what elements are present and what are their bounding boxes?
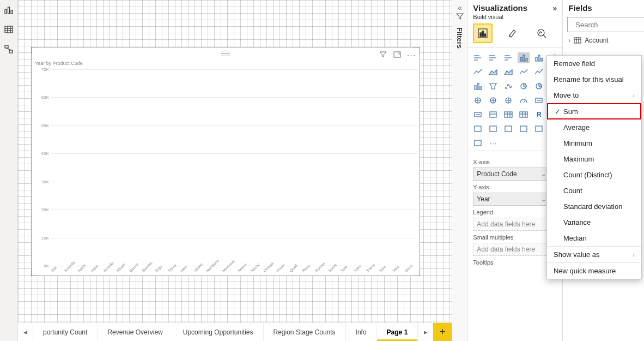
gallery-line-clustered[interactable] xyxy=(518,67,530,77)
cm-move-to[interactable]: Move to› xyxy=(547,87,641,103)
page-tab[interactable]: Revenue Overview xyxy=(98,323,173,341)
analytics-tab[interactable] xyxy=(532,23,551,43)
gallery-slicer[interactable] xyxy=(487,109,499,120)
svg-rect-70 xyxy=(520,126,527,131)
gallery-table[interactable] xyxy=(502,109,514,120)
cm-show-value-as[interactable]: Show value as› xyxy=(547,246,641,262)
fields-table-account[interactable]: › Account xyxy=(563,35,644,45)
cm-aggregation-count-distinct[interactable]: Count (Distinct) xyxy=(547,167,641,183)
yaxis-field-well[interactable]: Year ⌄✕ xyxy=(473,193,557,206)
gallery-line[interactable] xyxy=(472,67,484,77)
cm-aggregation-median[interactable]: Median xyxy=(547,230,641,246)
gallery-clustered-column[interactable] xyxy=(518,52,530,63)
data-view-button[interactable] xyxy=(0,22,17,37)
gallery-decomposition[interactable] xyxy=(487,123,499,134)
gallery-matrix[interactable] xyxy=(518,109,530,120)
gallery-paginated[interactable] xyxy=(533,123,545,134)
gallery-smart-narrative[interactable] xyxy=(518,123,530,134)
column-chart-visual[interactable]: ··· Year by Product Code 0K10K20K30K40K5… xyxy=(31,47,420,276)
view-switcher-rail xyxy=(0,0,18,341)
gallery-filled-map[interactable] xyxy=(487,95,499,106)
cm-aggregation-stdev[interactable]: Standard deviation xyxy=(547,199,641,214)
cm-aggregation-sum[interactable]: ✓Sum xyxy=(547,103,641,119)
gallery-more[interactable]: ··· xyxy=(487,137,499,148)
more-options-icon[interactable]: ··· xyxy=(407,51,416,59)
gallery-scatter[interactable] xyxy=(502,81,514,92)
cm-rename-field[interactable]: Rename for this visual xyxy=(547,71,641,87)
gallery-stacked-bar[interactable] xyxy=(472,52,484,63)
filters-pane-collapsed[interactable]: « Filters xyxy=(452,0,467,341)
y-axis-tick: 70K xyxy=(41,67,49,72)
report-canvas[interactable]: ··· Year by Product Code 0K10K20K30K40K5… xyxy=(18,0,452,322)
page-tab[interactable]: portunity Count xyxy=(33,323,98,341)
collapse-pane-icon[interactable]: » xyxy=(553,4,557,13)
page-tab[interactable]: Region Stage Counts xyxy=(264,323,346,341)
gallery-azure-map[interactable] xyxy=(502,95,514,106)
page-tab[interactable]: Upcoming Opportunities xyxy=(173,323,264,341)
gallery-funnel[interactable] xyxy=(487,81,499,92)
gallery-gauge[interactable] xyxy=(518,95,530,106)
cm-aggregation-count[interactable]: Count xyxy=(547,183,641,199)
svg-rect-36 xyxy=(475,86,476,89)
gallery-map[interactable] xyxy=(472,95,484,106)
filter-icon[interactable] xyxy=(379,50,387,59)
svg-rect-38 xyxy=(480,87,482,89)
gallery-kpi[interactable] xyxy=(472,109,484,120)
filters-pane-label: Filters xyxy=(455,27,464,49)
chevron-down-icon[interactable]: ⌄ xyxy=(541,196,546,203)
gallery-card[interactable] xyxy=(533,95,545,106)
gallery-power-automate[interactable] xyxy=(472,137,484,148)
gallery-r-visual[interactable]: R xyxy=(533,109,545,120)
gallery-pie[interactable] xyxy=(518,81,530,92)
gallery-waterfall[interactable] xyxy=(472,81,484,92)
fields-search[interactable] xyxy=(567,17,644,32)
cm-aggregation-variance[interactable]: Variance xyxy=(547,214,641,230)
cm-aggregation-average[interactable]: Average xyxy=(547,119,641,135)
svg-rect-59 xyxy=(505,112,512,117)
drag-handle-icon[interactable] xyxy=(221,51,230,56)
gallery-stacked-area[interactable] xyxy=(502,67,514,77)
legend-well-label: Legend xyxy=(473,209,557,216)
small-multiples-field-well[interactable]: Add data fields here xyxy=(473,243,557,256)
legend-field-well[interactable]: Add data fields here xyxy=(473,218,557,231)
gallery-stacked-bar-100[interactable] xyxy=(502,52,514,63)
cm-new-quick-measure[interactable]: New quick measure xyxy=(547,262,641,279)
page-tab[interactable]: Info xyxy=(346,323,377,341)
y-axis-tick: 40K xyxy=(41,151,49,156)
fields-search-input[interactable] xyxy=(574,20,644,29)
visualizations-pane-title: Visualizations xyxy=(473,3,527,13)
cm-aggregation-minimum[interactable]: Minimum xyxy=(547,135,641,151)
cm-remove-field[interactable]: Remove field xyxy=(547,56,641,71)
gallery-line-stacked[interactable] xyxy=(533,67,545,77)
y-axis-tick: 0K xyxy=(44,264,49,268)
gallery-area[interactable] xyxy=(487,67,499,77)
tab-scroll-left-button[interactable]: ◂ xyxy=(18,323,33,341)
fields-table-label: Account xyxy=(585,37,608,44)
gallery-qna[interactable] xyxy=(502,123,514,134)
build-visual-tab[interactable] xyxy=(473,23,493,43)
svg-rect-27 xyxy=(520,57,522,61)
model-view-button[interactable] xyxy=(0,41,17,57)
xaxis-field-well[interactable]: Product Code ⌄✕ xyxy=(473,167,557,181)
svg-rect-2 xyxy=(11,10,13,14)
gallery-stacked-column[interactable] xyxy=(533,52,545,63)
gallery-key-influencers[interactable] xyxy=(472,123,484,134)
tab-scroll-right-button[interactable]: ▸ xyxy=(418,323,433,341)
chevron-down-icon[interactable]: ⌄ xyxy=(541,171,546,178)
gallery-clustered-bar[interactable] xyxy=(487,52,499,63)
yaxis-well-label: Y-axis xyxy=(473,184,557,190)
chevron-right-icon: › xyxy=(568,37,570,44)
add-page-button[interactable]: + xyxy=(433,323,452,341)
svg-rect-71 xyxy=(536,126,542,131)
page-tab[interactable]: Page 1 xyxy=(377,323,418,341)
report-view-button[interactable] xyxy=(0,2,17,17)
focus-mode-icon[interactable] xyxy=(393,50,402,59)
cm-aggregation-maximum[interactable]: Maximum xyxy=(547,151,641,167)
expand-left-icon[interactable]: « xyxy=(458,3,462,12)
svg-rect-28 xyxy=(523,55,525,61)
format-visual-tab[interactable] xyxy=(502,23,522,43)
xaxis-well-label: X-axis xyxy=(473,159,557,165)
gallery-donut[interactable] xyxy=(533,81,545,92)
svg-rect-0 xyxy=(5,9,7,14)
svg-rect-1 xyxy=(8,7,10,14)
